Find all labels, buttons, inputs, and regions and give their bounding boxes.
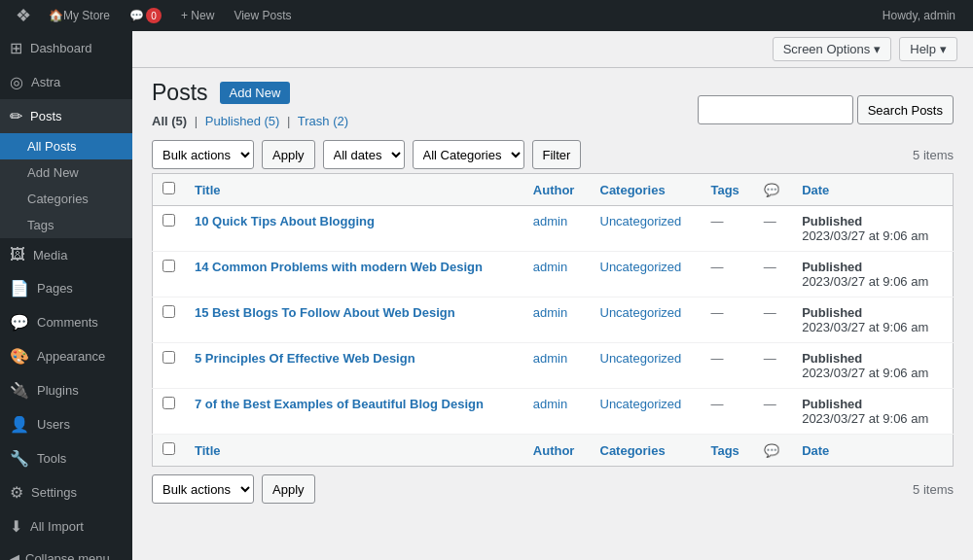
- row-checkbox[interactable]: [162, 214, 175, 227]
- row-checkbox-cell: [153, 252, 186, 298]
- sidebar-item-tags[interactable]: Tags: [0, 212, 132, 238]
- row-checkbox[interactable]: [162, 305, 175, 318]
- comments-bar-item[interactable]: 💬 0: [120, 0, 171, 31]
- date-filter-select[interactable]: All dates: [323, 140, 405, 169]
- category-link[interactable]: Uncategorized: [600, 397, 682, 411]
- wp-wrapper: ⊞ Dashboard ◎ Astra ✏ Posts All Posts Ad…: [0, 31, 973, 560]
- author-link[interactable]: admin: [533, 305, 567, 320]
- bulk-actions-select-bottom[interactable]: Bulk actions: [152, 474, 254, 504]
- screen-options-button[interactable]: Screen Options ▾: [773, 37, 892, 61]
- row-checkbox-cell: [153, 298, 186, 343]
- sidebar-item-posts[interactable]: ✏ Posts: [0, 99, 132, 133]
- sidebar-item-astra[interactable]: ◎ Astra: [0, 65, 132, 99]
- admin-bar-right: Howdy, admin: [873, 0, 965, 31]
- filter-tab-all[interactable]: All (5): [152, 114, 187, 128]
- footer-categories: Categories: [591, 435, 702, 467]
- post-date: 2023/03/27 at 9:06 am: [802, 228, 928, 243]
- sidebar-item-comments[interactable]: 💬 Comments: [0, 305, 132, 339]
- category-link[interactable]: Uncategorized: [600, 305, 682, 320]
- tools-icon: 🔧: [10, 449, 29, 468]
- row-comments-cell: —: [754, 298, 793, 343]
- author-footer-label: Author: [533, 443, 575, 458]
- help-label: Help: [910, 42, 936, 56]
- post-title-link[interactable]: 15 Best Blogs To Follow About Web Design: [195, 305, 455, 320]
- bulk-actions-select-top[interactable]: Bulk actions: [152, 140, 254, 169]
- row-checkbox[interactable]: [162, 351, 175, 364]
- sidebar-appearance-label: Appearance: [37, 349, 105, 364]
- sidebar-item-tools[interactable]: 🔧 Tools: [0, 441, 132, 475]
- category-link[interactable]: Uncategorized: [600, 351, 682, 366]
- sidebar-all-import-label: All Import: [30, 519, 84, 534]
- footer-title[interactable]: Title: [185, 435, 523, 467]
- help-button[interactable]: Help ▾: [899, 37, 957, 61]
- tags-value: —: [710, 397, 723, 411]
- filter-button[interactable]: Filter: [532, 140, 582, 169]
- row-comments-cell: —: [754, 343, 793, 389]
- row-title-cell: 15 Best Blogs To Follow About Web Design: [185, 298, 523, 343]
- screen-options-label: Screen Options: [783, 42, 871, 56]
- posts-tbody: 10 Quick Tips About Blogging admin Uncat…: [153, 206, 954, 435]
- post-title-link[interactable]: 14 Common Problems with modern Web Desig…: [195, 260, 483, 274]
- screen-options-bar: Screen Options ▾ Help ▾: [132, 31, 973, 68]
- sidebar-item-settings[interactable]: ⚙ Settings: [0, 475, 132, 509]
- apply-button-bottom[interactable]: Apply: [262, 474, 315, 504]
- author-link[interactable]: admin: [533, 397, 567, 411]
- sidebar-item-all-posts[interactable]: All Posts: [0, 133, 132, 159]
- collapse-menu[interactable]: ◀ Collapse menu: [0, 543, 132, 560]
- author-link[interactable]: admin: [533, 351, 567, 366]
- category-filter-select[interactable]: All Categories: [413, 140, 524, 169]
- item-count-bottom: 5 items: [913, 482, 954, 497]
- row-checkbox[interactable]: [162, 260, 175, 272]
- sidebar-tools-label: Tools: [37, 451, 66, 466]
- post-title-link[interactable]: 5 Principles Of Effective Web Design: [195, 351, 415, 366]
- admin-bar: ❖ 🏠 My Store 💬 0 + New View Posts Howdy,…: [0, 0, 973, 31]
- sidebar-item-plugins[interactable]: 🔌 Plugins: [0, 373, 132, 407]
- apply-button-top[interactable]: Apply: [262, 140, 315, 169]
- wp-logo[interactable]: ❖: [8, 0, 39, 31]
- author-link[interactable]: admin: [533, 214, 567, 228]
- comment-icon: 💬: [129, 9, 144, 22]
- pages-icon: 📄: [10, 279, 29, 298]
- search-button[interactable]: Search Posts: [857, 95, 954, 124]
- add-new-button[interactable]: Add New: [220, 82, 291, 104]
- author-link[interactable]: admin: [533, 260, 567, 274]
- row-category-cell: Uncategorized: [591, 206, 702, 252]
- category-link[interactable]: Uncategorized: [600, 260, 682, 274]
- row-author-cell: admin: [523, 252, 591, 298]
- row-tags-cell: —: [701, 343, 753, 389]
- comments-value: —: [764, 351, 776, 366]
- howdy-item[interactable]: Howdy, admin: [873, 0, 965, 31]
- sidebar: ⊞ Dashboard ◎ Astra ✏ Posts All Posts Ad…: [0, 31, 132, 560]
- astra-icon: ◎: [10, 73, 23, 91]
- filter-tab-trash[interactable]: Trash (2): [298, 114, 348, 128]
- filter-tab-published[interactable]: Published (5): [205, 114, 280, 128]
- sidebar-item-dashboard[interactable]: ⊞ Dashboard: [0, 31, 132, 65]
- sidebar-item-categories[interactable]: Categories: [0, 186, 132, 212]
- filter-sep-1: |: [195, 114, 198, 128]
- sidebar-item-users[interactable]: 👤 Users: [0, 407, 132, 441]
- post-title-link[interactable]: 7 of the Best Examples of Beautiful Blog…: [195, 397, 484, 411]
- header-title[interactable]: Title: [185, 174, 523, 206]
- post-status: Published: [802, 397, 862, 411]
- plugins-icon: 🔌: [10, 381, 29, 400]
- header-date[interactable]: Date: [792, 174, 953, 206]
- post-date: 2023/03/27 at 9:06 am: [802, 274, 928, 289]
- sidebar-item-media[interactable]: 🖼 Media: [0, 238, 132, 271]
- comments-value: —: [764, 214, 776, 228]
- sidebar-item-all-import[interactable]: ⬇ All Import: [0, 509, 132, 543]
- row-checkbox[interactable]: [162, 397, 175, 409]
- sidebar-item-add-new[interactable]: Add New: [0, 159, 132, 186]
- view-posts-bar-item[interactable]: View Posts: [224, 0, 301, 31]
- post-title-link[interactable]: 10 Quick Tips About Blogging: [195, 214, 375, 228]
- sidebar-item-appearance[interactable]: 🎨 Appearance: [0, 339, 132, 373]
- store-icon: 🏠: [49, 9, 63, 22]
- new-bar-item[interactable]: + New: [171, 0, 224, 31]
- sidebar-item-pages[interactable]: 📄 Pages: [0, 271, 132, 305]
- category-link[interactable]: Uncategorized: [600, 214, 682, 228]
- footer-date[interactable]: Date: [792, 435, 953, 467]
- search-input[interactable]: [698, 95, 853, 124]
- select-all-checkbox-bottom[interactable]: [162, 442, 175, 455]
- tags-value: —: [710, 305, 723, 320]
- select-all-checkbox[interactable]: [162, 182, 175, 194]
- store-name-bar[interactable]: 🏠 My Store: [39, 0, 120, 31]
